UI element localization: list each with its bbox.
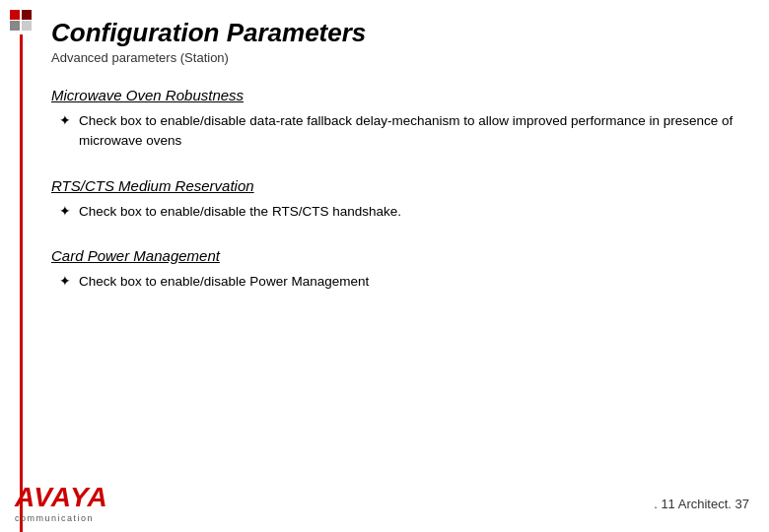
- section-heading-microwave: Microwave Oven Robustness: [51, 87, 739, 103]
- square-gray: [10, 21, 20, 31]
- vertical-line: [20, 34, 23, 532]
- slide-container: Configuration Parameters Advanced parame…: [0, 0, 769, 532]
- left-bar: [0, 0, 41, 532]
- bullet-star-icon-2: ✦: [59, 203, 71, 219]
- content-area: Configuration Parameters Advanced parame…: [41, 0, 769, 532]
- bullet-star-icon: ✦: [59, 112, 71, 128]
- avaya-logo-text: AVAYA: [15, 484, 108, 511]
- bullet-text-rtscts-1: Check box to enable/disable the RTS/CTS …: [79, 202, 401, 222]
- bullet-item-microwave-1: ✦ Check box to enable/disable data-rate …: [51, 111, 739, 152]
- section-heading-rtscts: RTS/CTS Medium Reservation: [51, 177, 739, 194]
- color-squares: [10, 10, 32, 31]
- slide-title: Configuration Parameters: [51, 18, 739, 48]
- slide-subtitle: Advanced parameters (Station): [51, 50, 739, 65]
- bullet-text-power-1: Check box to enable/disable Power Manage…: [79, 272, 369, 292]
- square-darkred: [22, 10, 32, 20]
- section-power: Card Power Management ✦ Check box to ena…: [51, 247, 739, 296]
- footer: AVAYA communication . 11 Architect. 37: [0, 475, 769, 532]
- bullet-item-rtscts-1: ✦ Check box to enable/disable the RTS/CT…: [51, 202, 739, 222]
- avaya-logo: AVAYA communication: [15, 484, 108, 523]
- section-rtscts: RTS/CTS Medium Reservation ✦ Check box t…: [51, 177, 739, 226]
- square-lightgray: [22, 21, 32, 31]
- avaya-tagline: communication: [15, 513, 94, 523]
- bullet-item-power-1: ✦ Check box to enable/disable Power Mana…: [51, 272, 739, 292]
- bullet-text-microwave-1: Check box to enable/disable data-rate fa…: [79, 111, 739, 152]
- section-microwave: Microwave Oven Robustness ✦ Check box to…: [51, 87, 739, 156]
- footer-page-info: . 11 Architect. 37: [654, 497, 749, 511]
- square-red: [10, 10, 20, 20]
- section-heading-power: Card Power Management: [51, 247, 739, 264]
- bullet-star-icon-3: ✦: [59, 273, 71, 289]
